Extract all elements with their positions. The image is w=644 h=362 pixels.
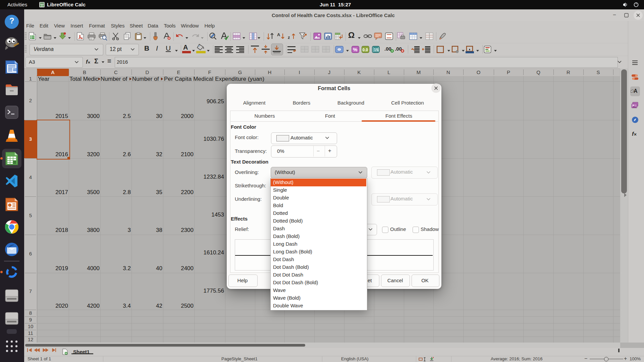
svg-text:15: 15: [374, 48, 379, 52]
svg-text:0.0: 0.0: [363, 48, 368, 52]
svg-text:%: %: [353, 47, 357, 52]
svg-text:.00: .00: [395, 47, 402, 52]
svg-text:A: A: [277, 32, 280, 37]
svg-text:z: z: [288, 35, 290, 40]
svg-text:.00: .00: [384, 47, 391, 52]
